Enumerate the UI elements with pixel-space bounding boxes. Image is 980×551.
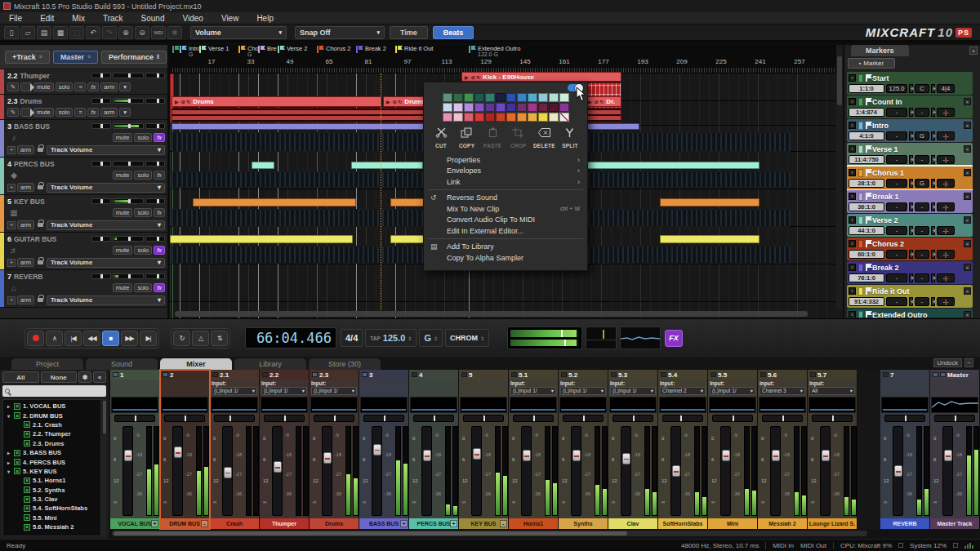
marker-timesig-field[interactable]: -|- bbox=[937, 273, 955, 282]
mini-slider[interactable] bbox=[113, 236, 144, 242]
collapse-bus-button[interactable]: - bbox=[201, 520, 208, 527]
envelope-icon[interactable]: ≈ bbox=[74, 82, 86, 91]
solo-button[interactable]: solo bbox=[134, 283, 152, 292]
strip-name-label[interactable]: Messiah 2 bbox=[758, 518, 807, 529]
input-select[interactable]: All▾ bbox=[809, 387, 855, 395]
fader-knob[interactable] bbox=[473, 448, 481, 460]
timeline-marker-flag-ride-it-out[interactable]: Ride it Out bbox=[395, 46, 433, 53]
strip-header[interactable]: 5.2 bbox=[559, 370, 608, 380]
pan-slider[interactable] bbox=[264, 415, 305, 422]
marker-time-field[interactable]: 44:1:0 bbox=[849, 226, 884, 235]
strip-header[interactable]: 7 bbox=[880, 370, 929, 380]
volume-fader[interactable] bbox=[322, 426, 332, 516]
eq-display[interactable] bbox=[759, 397, 806, 413]
key-spinner[interactable] bbox=[931, 273, 935, 282]
strip-header[interactable]: 2.3 bbox=[310, 370, 359, 380]
channel-strip-4[interactable]: 40612∞-9-18-27-36PERCS BUS+ bbox=[409, 370, 459, 529]
track-key-bus[interactable]: 5KEY BUS▦mutesolofx+armTrack Volume▾ bbox=[0, 195, 167, 233]
to-end-button[interactable]: ▶| bbox=[140, 331, 157, 346]
marker-row-chorus-2[interactable]: ›Chorus 2×60:1:0---|- bbox=[847, 238, 973, 260]
eq-display[interactable] bbox=[881, 397, 929, 413]
yellow-clip[interactable] bbox=[170, 235, 353, 243]
volume-fader[interactable] bbox=[621, 426, 631, 516]
marker-tempo-field[interactable]: - bbox=[886, 250, 907, 259]
strip-name-label[interactable]: Horns1 bbox=[509, 518, 558, 529]
marker-key-field[interactable]: - bbox=[915, 202, 929, 211]
marker-color-chip[interactable] bbox=[858, 98, 863, 106]
arm-button[interactable]: arm bbox=[100, 82, 118, 91]
expand-bus-button[interactable]: + bbox=[151, 520, 158, 527]
timeline-marker-flag-bre[interactable]: Bre bbox=[258, 46, 277, 53]
color-swatch[interactable] bbox=[453, 103, 463, 112]
mute-button[interactable]: mute bbox=[113, 133, 133, 142]
orange-clip[interactable] bbox=[390, 198, 425, 207]
eq-display[interactable] bbox=[609, 397, 657, 413]
open-folder-icon[interactable]: ▱ bbox=[20, 26, 35, 39]
strip-name-label[interactable]: BASS BUS+ bbox=[359, 518, 408, 529]
add-lane-button[interactable]: + bbox=[7, 221, 16, 229]
tree-checkbox[interactable]: × bbox=[24, 478, 30, 484]
channel-strip-5-4[interactable]: 5.4Input:Channel 2▾0612∞-9-18-27-36SoftH… bbox=[658, 370, 708, 529]
strip-name-label[interactable]: PERCS BUS+ bbox=[409, 518, 458, 529]
add-marker-button[interactable]: ▪Marker bbox=[848, 58, 895, 69]
tree-checkbox[interactable]: × bbox=[14, 403, 20, 410]
tree-item-1-vocal-bus[interactable]: ▸×1. VOCAL BUS bbox=[3, 402, 100, 411]
performance-button[interactable]: Performance⦀ bbox=[101, 51, 167, 64]
color-swatch[interactable] bbox=[517, 113, 527, 122]
timeline[interactable]: 1733496581971131291451611771932092252412… bbox=[170, 45, 843, 318]
teal-clip[interactable] bbox=[252, 162, 274, 169]
speaker-icon[interactable] bbox=[20, 82, 32, 91]
color-swatch[interactable] bbox=[464, 113, 474, 122]
tree-item-2-2-thumper[interactable]: ×2.2. Thumper bbox=[3, 429, 100, 438]
color-swatch[interactable] bbox=[549, 103, 559, 112]
color-swatch[interactable] bbox=[453, 113, 463, 122]
strip-header[interactable]: 5.6 bbox=[758, 370, 807, 380]
fader-knob[interactable] bbox=[523, 450, 531, 461]
add-lane-button[interactable]: + bbox=[7, 296, 16, 304]
fader-knob[interactable] bbox=[124, 450, 132, 461]
tree-expand-icon[interactable]: ▸ bbox=[6, 403, 11, 409]
marker-delete-button[interactable]: × bbox=[964, 311, 971, 318]
mini-slider[interactable] bbox=[145, 273, 165, 279]
track-thumper[interactable]: 2.2Thumper✎mutesolo≈fxarm▾ bbox=[0, 69, 167, 95]
volume-fader[interactable] bbox=[942, 426, 953, 516]
timeline-marker-flag-break-2[interactable]: Break 2 bbox=[356, 46, 386, 53]
orange-clip[interactable] bbox=[660, 198, 760, 207]
strip-header[interactable]: 5.7 bbox=[808, 370, 857, 380]
metronome-button[interactable]: △ bbox=[192, 331, 209, 346]
color-swatch[interactable] bbox=[528, 93, 537, 102]
marker-delete-button[interactable]: × bbox=[964, 216, 971, 224]
pan-slider[interactable] bbox=[934, 415, 975, 422]
mini-slider[interactable] bbox=[145, 236, 165, 242]
channel-strip-master[interactable]: Master0612∞-9-18-27-36Master Track bbox=[930, 370, 980, 529]
marker-expand-button[interactable]: › bbox=[849, 216, 856, 224]
tempo-spinner[interactable] bbox=[909, 273, 913, 282]
mini-slider[interactable] bbox=[145, 98, 165, 104]
marker-delete-button[interactable]: × bbox=[964, 145, 971, 153]
color-swatch[interactable] bbox=[443, 113, 452, 122]
marker-expand-button[interactable]: › bbox=[849, 264, 856, 271]
eq-display[interactable] bbox=[659, 397, 706, 413]
marker-tempo-field[interactable]: 125.0 bbox=[886, 84, 907, 93]
color-swatch[interactable] bbox=[506, 113, 516, 122]
chevron-down-icon[interactable]: ▾ bbox=[119, 108, 131, 117]
clip-play-icon[interactable]: ▶ bbox=[175, 99, 179, 104]
strip-header[interactable]: 5.3 bbox=[608, 370, 657, 380]
menu-item-add-to-library[interactable]: ▤Add To Library bbox=[424, 242, 587, 253]
fx-button[interactable]: fx bbox=[154, 208, 165, 217]
marker-expand-button[interactable]: › bbox=[849, 122, 856, 129]
volume-fader[interactable] bbox=[222, 426, 233, 516]
tree-checkbox[interactable]: × bbox=[14, 450, 20, 456]
color-swatch[interactable] bbox=[559, 93, 569, 102]
tree-item-5-key-bus[interactable]: ▾×5. KEY BUS bbox=[3, 467, 100, 476]
fader-knob[interactable] bbox=[224, 467, 232, 478]
yellow-clip[interactable] bbox=[390, 235, 425, 243]
menu-item-mix-to-new-clip[interactable]: Mix To New Clipctrl + W bbox=[424, 203, 587, 215]
no-color-swatch[interactable] bbox=[559, 113, 569, 122]
volume-fader[interactable] bbox=[172, 426, 183, 516]
channel-strip-5[interactable]: 50612∞-9-18-27-36KEY BUS- bbox=[459, 370, 509, 529]
marker-color-chip[interactable] bbox=[858, 240, 863, 248]
tree-checkbox[interactable]: × bbox=[14, 459, 20, 465]
tree-expand-icon[interactable]: ▸ bbox=[6, 450, 11, 455]
master-fx-button[interactable]: FX bbox=[665, 330, 683, 347]
